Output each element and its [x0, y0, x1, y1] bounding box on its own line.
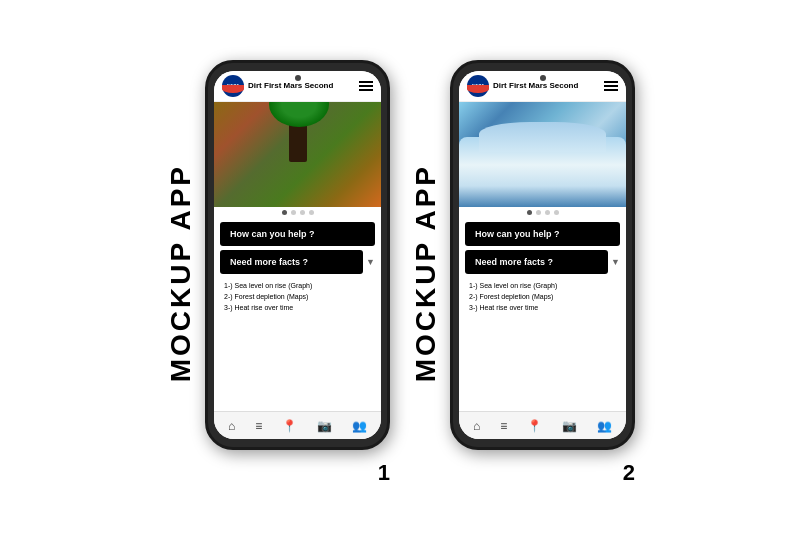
mockup-label-1: MOCKUP APP — [165, 164, 197, 382]
location-icon-2[interactable]: 📍 — [527, 419, 542, 433]
facts-list-2: 1-) Sea level on rise (Graph) 2-) Forest… — [465, 278, 620, 316]
hamburger-line-4 — [604, 81, 618, 83]
mockup-section-1: MOCKUP APP NASA Dirt First Mars Second — [165, 60, 390, 486]
nasa-logo-arc-2 — [467, 85, 489, 93]
hamburger-line-6 — [604, 89, 618, 91]
phone-wrapper-1: NASA Dirt First Mars Second — [205, 60, 390, 486]
people-icon-1[interactable]: 👥 — [352, 419, 367, 433]
app-content-2: How can you help ? Need more facts ? ▼ 1… — [459, 218, 626, 411]
hamburger-line-3 — [359, 89, 373, 91]
fact-item-1-1: 1-) Sea level on rise (Graph) — [224, 280, 371, 291]
phone-inner-1: NASA Dirt First Mars Second — [214, 71, 381, 439]
hamburger-line-1 — [359, 81, 373, 83]
app-title-1: Dirt First Mars Second — [248, 81, 359, 91]
hamburger-line-2 — [359, 85, 373, 87]
hero-tree — [289, 112, 307, 162]
hamburger-menu-1[interactable] — [359, 81, 373, 91]
phone-1: NASA Dirt First Mars Second — [205, 60, 390, 450]
nasa-logo-arc-1 — [222, 85, 244, 93]
fact-item-1-3: 3-) Heat rise over time — [224, 302, 371, 313]
dot-2-4[interactable] — [554, 210, 559, 215]
dropdown-arrow-1: ▼ — [366, 257, 375, 267]
home-icon-1[interactable]: ⌂ — [228, 419, 235, 433]
phone-number-1: 1 — [378, 460, 390, 486]
phone-wrapper-2: NASA Dirt First Mars Second — [450, 60, 635, 486]
dropdown-arrow-2: ▼ — [611, 257, 620, 267]
dot-1-3[interactable] — [300, 210, 305, 215]
app-header-1: NASA Dirt First Mars Second — [214, 71, 381, 102]
nasa-logo-1: NASA — [222, 75, 244, 97]
camera-icon-2[interactable]: 📷 — [562, 419, 577, 433]
dot-2-1[interactable] — [527, 210, 532, 215]
dot-2-3[interactable] — [545, 210, 550, 215]
dot-1-4[interactable] — [309, 210, 314, 215]
phone-inner-2: NASA Dirt First Mars Second — [459, 71, 626, 439]
people-icon-2[interactable]: 👥 — [597, 419, 612, 433]
nasa-logo-2: NASA — [467, 75, 489, 97]
dot-1-2[interactable] — [291, 210, 296, 215]
fact-item-1-2: 2-) Forest depletion (Maps) — [224, 291, 371, 302]
hamburger-menu-2[interactable] — [604, 81, 618, 91]
mockup-section-2: MOCKUP APP NASA Dirt First Mars Second — [410, 60, 635, 486]
help-button-2[interactable]: How can you help ? — [465, 222, 620, 246]
app-content-1: How can you help ? Need more facts ? ▼ 1… — [214, 218, 381, 411]
fact-item-2-1: 1-) Sea level on rise (Graph) — [469, 280, 616, 291]
fact-item-2-2: 2-) Forest depletion (Maps) — [469, 291, 616, 302]
dots-container-2 — [459, 207, 626, 218]
dot-2-2[interactable] — [536, 210, 541, 215]
hero-image-2 — [459, 102, 626, 207]
hero-image-1 — [214, 102, 381, 207]
app-title-2: Dirt First Mars Second — [493, 81, 604, 91]
bottom-nav-2: ⌂ ≡ 📍 📷 👥 — [459, 411, 626, 439]
hero-glacier — [459, 137, 626, 207]
fact-item-2-3: 3-) Heat rise over time — [469, 302, 616, 313]
dots-container-1 — [214, 207, 381, 218]
location-icon-1[interactable]: 📍 — [282, 419, 297, 433]
camera-icon-1[interactable]: 📷 — [317, 419, 332, 433]
phone-number-2: 2 — [623, 460, 635, 486]
facts-button-1[interactable]: Need more facts ? — [220, 250, 363, 274]
facts-button-container-2: Need more facts ? ▼ — [465, 250, 620, 274]
bottom-nav-1: ⌂ ≡ 📍 📷 👥 — [214, 411, 381, 439]
facts-list-1: 1-) Sea level on rise (Graph) 2-) Forest… — [220, 278, 375, 316]
home-icon-2[interactable]: ⌂ — [473, 419, 480, 433]
mockup-label-2: MOCKUP APP — [410, 164, 442, 382]
help-button-1[interactable]: How can you help ? — [220, 222, 375, 246]
facts-button-container-1: Need more facts ? ▼ — [220, 250, 375, 274]
document-icon-1[interactable]: ≡ — [255, 419, 262, 433]
dot-1-1[interactable] — [282, 210, 287, 215]
app-header-2: NASA Dirt First Mars Second — [459, 71, 626, 102]
phone-2: NASA Dirt First Mars Second — [450, 60, 635, 450]
hamburger-line-5 — [604, 85, 618, 87]
facts-button-2[interactable]: Need more facts ? — [465, 250, 608, 274]
document-icon-2[interactable]: ≡ — [500, 419, 507, 433]
